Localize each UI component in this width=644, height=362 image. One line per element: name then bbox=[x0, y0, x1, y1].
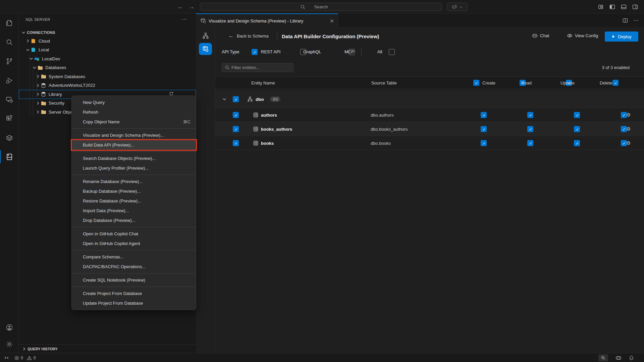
deploy-button[interactable]: Deploy bbox=[605, 32, 638, 42]
run-debug-icon[interactable] bbox=[0, 71, 19, 90]
menu-item-import-data[interactable]: Import Data (Preview)... bbox=[72, 206, 196, 216]
menu-item-new-query[interactable]: New Query bbox=[72, 98, 196, 107]
entity-checkbox[interactable] bbox=[233, 140, 239, 146]
row-settings-gear-icon[interactable]: ⚙ bbox=[626, 112, 631, 118]
menu-item-create-sql-notebook[interactable]: Create SQL Notebook (Preview) bbox=[72, 275, 196, 285]
create-checkbox[interactable] bbox=[481, 140, 487, 146]
tree-item-local[interactable]: Local bbox=[19, 46, 196, 55]
update-checkbox[interactable] bbox=[574, 112, 580, 118]
read-checkbox[interactable] bbox=[527, 126, 533, 132]
schema-view-icon[interactable] bbox=[202, 32, 209, 40]
account-icon[interactable] bbox=[5, 323, 13, 331]
connections-section-header[interactable]: CONNECTIONS bbox=[19, 28, 196, 37]
menu-separator bbox=[72, 227, 196, 227]
toggle-primary-sidebar-icon[interactable] bbox=[609, 4, 615, 10]
copilot-status-icon[interactable] bbox=[615, 355, 622, 361]
copilot-menu-button[interactable] bbox=[447, 3, 468, 11]
chevron-right-icon bbox=[25, 38, 31, 44]
update-header: Update bbox=[560, 80, 575, 85]
editor-more-actions-icon[interactable]: ⋯ bbox=[633, 17, 639, 23]
filter-entities-input[interactable] bbox=[231, 63, 291, 72]
sql-server-view-icon[interactable] bbox=[0, 147, 19, 166]
menu-item-update-project-from-database[interactable]: Update Project From Database bbox=[72, 298, 196, 308]
entity-checkbox[interactable] bbox=[233, 126, 239, 132]
create-checkbox[interactable] bbox=[481, 126, 487, 132]
menu-item-rename-database[interactable]: Rename Database (Preview)... bbox=[72, 177, 196, 186]
menu-item-backup-database[interactable]: Backup Database (Preview)... bbox=[72, 186, 196, 196]
table-icon bbox=[253, 112, 258, 117]
split-editor-icon[interactable] bbox=[623, 18, 628, 23]
update-checkbox[interactable] bbox=[574, 140, 580, 146]
problems-indicator[interactable]: 0 0 bbox=[14, 356, 36, 360]
menu-item-open-copilot-agent[interactable]: Open in GitHub Copilot Agent bbox=[72, 239, 196, 248]
entity-row-books-authors[interactable]: books_authors dbo.books_authors ⚙ bbox=[215, 122, 644, 136]
view-config-button[interactable]: View Config bbox=[567, 33, 598, 39]
settings-gear-icon[interactable] bbox=[5, 340, 13, 348]
page-title: Data API Builder Configuration (Preview) bbox=[282, 34, 379, 39]
menu-item-dacpac-bacpac[interactable]: DACPAC/BACPAC Operations... bbox=[72, 262, 196, 272]
menu-item-create-project-from-database[interactable]: Create Project From Database bbox=[72, 289, 196, 298]
tree-item-databases[interactable]: Databases bbox=[19, 63, 196, 72]
schema-group-checkbox[interactable] bbox=[233, 96, 239, 102]
row-settings-gear-icon[interactable]: ⚙ bbox=[626, 140, 631, 146]
entity-row-authors[interactable]: authors dbo.authors ⚙ bbox=[215, 108, 644, 122]
read-checkbox[interactable] bbox=[527, 140, 533, 146]
read-checkbox[interactable] bbox=[527, 112, 533, 118]
entity-checkbox[interactable] bbox=[233, 112, 239, 118]
row-settings-gear-icon[interactable]: ⚙ bbox=[626, 126, 631, 132]
menu-item-visualize-design-schema[interactable]: Visualize and Design Schema (Preview)... bbox=[72, 130, 196, 140]
containers-icon[interactable] bbox=[0, 128, 19, 147]
tab-visualize-design-schema[interactable]: Visualize and Design Schema (Preview) - … bbox=[196, 13, 338, 27]
extensions-icon[interactable] bbox=[0, 109, 19, 128]
tab-close-icon[interactable] bbox=[330, 19, 334, 23]
menu-item-open-copilot-chat[interactable]: Open in GitHub Copilot Chat bbox=[72, 229, 196, 239]
create-checkbox[interactable] bbox=[481, 112, 487, 118]
chevron-down-icon bbox=[29, 56, 34, 61]
delete-column-checkbox[interactable] bbox=[612, 80, 619, 86]
toggle-secondary-sidebar-icon[interactable] bbox=[632, 4, 638, 10]
enabled-count-label: 3 of 3 enabled bbox=[602, 65, 630, 70]
notifications-bell-icon[interactable] bbox=[629, 355, 634, 361]
chevron-down-icon[interactable] bbox=[222, 97, 227, 102]
chevron-right-icon bbox=[35, 109, 41, 115]
toggle-panel-icon[interactable] bbox=[621, 4, 627, 10]
nav-forward-icon[interactable]: → bbox=[189, 3, 195, 10]
menu-item-launch-query-profiler[interactable]: Launch Query Profiler (Preview)... bbox=[72, 163, 196, 173]
menu-item-compare-schemas[interactable]: Compare Schemas... bbox=[72, 252, 196, 262]
search-view-icon[interactable] bbox=[0, 33, 19, 52]
remote-explorer-icon[interactable] bbox=[0, 90, 19, 109]
explorer-icon[interactable] bbox=[0, 13, 19, 33]
query-history-section-header[interactable]: QUERY HISTORY bbox=[19, 344, 196, 353]
menu-item-search-database-objects[interactable]: Search Database Objects (Preview)... bbox=[72, 154, 196, 163]
remote-indicator-icon[interactable] bbox=[4, 355, 9, 360]
copilot-chat-icon bbox=[452, 4, 457, 9]
tree-item-system-databases[interactable]: System Databases bbox=[19, 72, 196, 81]
customize-layout-icon[interactable] bbox=[598, 4, 604, 10]
sidebar-more-actions-icon[interactable]: ⋯ bbox=[182, 16, 187, 22]
source-control-icon[interactable] bbox=[0, 52, 19, 71]
menu-item-build-data-api[interactable]: Build Data API (Preview)... bbox=[72, 140, 196, 150]
back-to-schema-link[interactable]: ← Back to Schema bbox=[228, 33, 269, 39]
zoom-in-icon[interactable] bbox=[598, 354, 608, 361]
filter-entities-box[interactable] bbox=[222, 63, 293, 72]
create-column-checkbox[interactable] bbox=[473, 80, 479, 86]
schema-count-badge: 3/3 bbox=[270, 97, 280, 102]
schema-group-row[interactable]: dbo 3/3 bbox=[215, 90, 644, 108]
all-checkbox[interactable] bbox=[389, 49, 395, 55]
menu-item-restore-database[interactable]: Restore Database (Preview)... bbox=[72, 196, 196, 206]
tree-item-localdev[interactable]: LocalDev bbox=[19, 54, 196, 63]
search-input[interactable] bbox=[200, 3, 442, 11]
chevron-right-icon bbox=[35, 92, 41, 97]
tree-item-cloud[interactable]: Cloud bbox=[19, 37, 196, 46]
command-search-box[interactable] bbox=[200, 3, 442, 11]
entity-row-books[interactable]: books dbo.books ⚙ bbox=[215, 136, 644, 150]
data-api-config-view-button[interactable] bbox=[199, 43, 212, 55]
chat-button[interactable]: Chat bbox=[532, 33, 549, 39]
tree-item-adventureworks[interactable]: AdventureWorksLT2022 bbox=[19, 81, 196, 90]
menu-item-drop-database[interactable]: Drop Database (Preview)... bbox=[72, 216, 196, 225]
nav-back-icon[interactable]: ← bbox=[177, 3, 183, 10]
menu-item-refresh[interactable]: Refresh bbox=[72, 107, 196, 117]
update-checkbox[interactable] bbox=[574, 126, 580, 132]
menu-item-copy-object-name[interactable]: Copy Object Name⌘C bbox=[72, 117, 196, 127]
rest-api-checkbox[interactable] bbox=[252, 49, 258, 55]
